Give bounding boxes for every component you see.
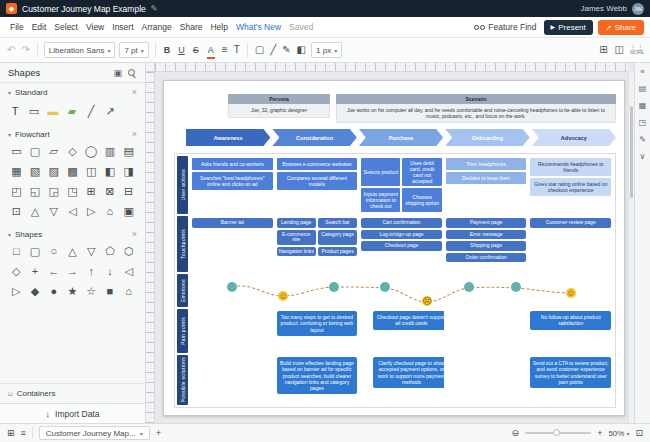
feature-find-button[interactable]: Feature Find <box>474 22 536 32</box>
action-box[interactable]: Selects product <box>361 158 400 186</box>
note-tool-button[interactable]: ◫ <box>614 43 625 57</box>
image-library-icon[interactable]: ▣ <box>113 68 122 78</box>
menubar-item[interactable]: Share <box>176 20 207 34</box>
document-title[interactable]: Customer Journey Map Example <box>22 4 146 14</box>
action-box[interactable]: Asks friends and co-workers <box>192 158 273 170</box>
touchpoint-chip[interactable]: Landing page <box>277 218 316 228</box>
stage-chevron[interactable]: Purchase <box>359 129 443 146</box>
pain-point-box[interactable]: No follow-up about product satisfaction <box>530 311 611 330</box>
present-button[interactable]: ▶ Present <box>544 20 593 35</box>
stage-chevron[interactable]: Consideration <box>272 129 356 146</box>
line-tool-button[interactable]: ╱ <box>269 43 277 57</box>
fill-color-button[interactable]: ◧ <box>296 43 307 57</box>
text-options-button[interactable]: T <box>233 43 241 57</box>
shape-thumb[interactable]: ◇ <box>7 261 26 281</box>
app-logo-icon[interactable]: ◆ <box>6 3 17 14</box>
scrollbar-thumb[interactable] <box>630 106 633 198</box>
text-color-button[interactable]: A <box>207 44 215 59</box>
shape-thumb[interactable]: △ <box>26 201 45 221</box>
solution-box[interactable]: Clarify checkout page to show accepted p… <box>373 357 444 388</box>
stage-chevron[interactable]: Onboarding <box>445 129 529 146</box>
action-box[interactable]: Inputs payment information to check out <box>361 188 400 212</box>
shape-thumb[interactable]: ⊡ <box>7 201 26 221</box>
shape-thumb[interactable]: ◳ <box>63 181 82 201</box>
menubar-item[interactable]: Help <box>206 20 231 34</box>
shape-thumb[interactable]: ◁ <box>119 261 138 281</box>
touchpoint-chip[interactable]: Payment page <box>446 218 527 228</box>
shape-thumb[interactable]: ▽ <box>82 241 101 261</box>
redo-icon[interactable]: ↷ <box>20 43 30 57</box>
shape-thumb[interactable]: ⌂ <box>119 281 138 301</box>
row-label-emotions[interactable]: Emotions <box>177 274 188 307</box>
shape-thumb[interactable]: ╱ <box>83 101 99 121</box>
more-tools-button[interactable]: ⋮⋮ MORE <box>630 44 644 56</box>
font-family-select[interactable]: Liberation Sans ▾ <box>44 42 116 58</box>
shape-thumb[interactable]: ▭ <box>26 101 42 121</box>
shape-thumb[interactable]: ▤ <box>119 141 138 161</box>
whats-new-link[interactable]: What's New <box>232 20 285 34</box>
layers-panel-icon[interactable]: ◳ <box>639 119 647 127</box>
solution-box[interactable]: Send out a CTA to review product, and se… <box>530 357 611 388</box>
touchpoint-chip[interactable]: Error message <box>446 230 527 240</box>
shape-thumb[interactable]: ◆ <box>26 281 45 301</box>
touchpoint-chip[interactable]: Customer review page <box>530 218 611 228</box>
page-list-icon[interactable]: ≡ <box>21 429 26 438</box>
section-standard-header[interactable]: ▾ Standard × <box>0 83 145 99</box>
close-icon[interactable]: × <box>132 129 137 139</box>
menubar-item[interactable]: Insert <box>108 20 137 34</box>
action-box[interactable]: Tries headphones <box>446 158 527 170</box>
shape-thumb[interactable]: ◁ <box>63 201 82 221</box>
shape-thumb[interactable]: ▭ <box>7 141 26 161</box>
shape-thumb[interactable]: ◫ <box>82 161 101 181</box>
underline-button[interactable]: U <box>176 44 187 57</box>
shape-thumb[interactable]: ▧ <box>26 161 45 181</box>
action-box[interactable]: Recommends headphones to friends <box>530 158 611 176</box>
data-panel-icon[interactable]: ▤ <box>639 85 647 93</box>
shape-thumb[interactable]: ◇ <box>63 141 82 161</box>
touchpoint-chip[interactable]: Category page <box>318 230 357 245</box>
import-data-button[interactable]: ↓ Import Data <box>0 403 145 423</box>
emotion-face[interactable] <box>278 291 288 301</box>
comments-panel-icon[interactable]: ✎ <box>639 136 646 144</box>
shape-thumb[interactable]: T <box>7 101 23 121</box>
emotion-face[interactable] <box>566 288 576 298</box>
font-size-select[interactable]: 7 pt ▾ <box>119 42 148 58</box>
shape-thumb[interactable]: ◲ <box>44 181 63 201</box>
shape-thumb[interactable]: ◯ <box>82 141 101 161</box>
zoom-slider-thumb[interactable] <box>553 429 560 436</box>
stage-chevron[interactable]: Advocacy <box>532 129 616 146</box>
emotion-face[interactable] <box>511 282 521 292</box>
menubar-item[interactable]: Select <box>50 20 82 34</box>
collapse-dock-icon[interactable]: « <box>640 68 644 76</box>
touchpoint-chip[interactable]: Order confirmation <box>446 253 527 263</box>
table-tool-button[interactable]: ⊞ <box>598 43 608 57</box>
shape-thumb[interactable]: ↑ <box>82 261 101 281</box>
touchpoint-chip[interactable]: Navigation links <box>277 247 316 257</box>
share-button[interactable]: ↗ Share <box>598 20 644 35</box>
shape-thumb[interactable]: ◰ <box>7 181 26 201</box>
action-box[interactable]: Compares several different models <box>277 172 358 190</box>
touchpoint-chip[interactable]: Search bar <box>318 218 357 228</box>
shape-thumb[interactable]: ○ <box>44 241 63 261</box>
zoom-slider[interactable] <box>525 432 591 434</box>
touchpoint-chip[interactable]: Checkout page <box>361 241 442 251</box>
shape-thumb[interactable]: ⬡ <box>119 241 138 261</box>
touchpoint-chip[interactable]: Cart confirmation <box>361 218 442 228</box>
strikethrough-button[interactable]: S <box>191 44 201 57</box>
shape-thumb[interactable]: + <box>26 261 45 281</box>
touchpoint-chip[interactable]: Log-in/sign-up page <box>361 230 442 240</box>
shape-tool-button[interactable]: ▢ <box>254 43 265 57</box>
emotion-face[interactable] <box>464 282 474 292</box>
shapes-panel-icon[interactable]: ▦ <box>639 102 647 110</box>
shape-thumb[interactable]: ▷ <box>7 281 26 301</box>
shape-thumb[interactable]: ▢ <box>26 241 45 261</box>
menubar-item[interactable]: Arrange <box>138 20 176 34</box>
section-shapes-header[interactable]: ▾ Shapes × <box>0 225 145 241</box>
shape-thumb[interactable]: ← <box>44 261 63 281</box>
touchpoint-chip[interactable]: Shipping page <box>446 241 527 251</box>
shape-thumb[interactable]: ↓ <box>101 261 120 281</box>
touchpoint-chip[interactable]: Banner ad <box>192 218 273 228</box>
zoom-out-icon[interactable]: ⊖ <box>512 429 520 438</box>
touchpoint-chip[interactable]: Product pages <box>318 247 357 257</box>
scenario-box[interactable]: Scenario Joe works on his computer all d… <box>336 94 616 123</box>
